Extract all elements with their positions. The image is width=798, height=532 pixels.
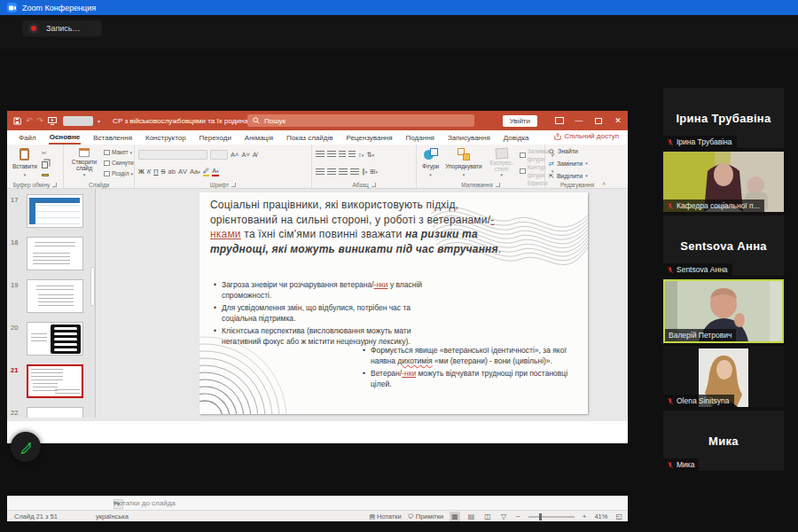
qat-dropdown-icon[interactable]: ▾ bbox=[98, 118, 100, 124]
slide-thumbnail-22[interactable] bbox=[27, 407, 83, 418]
replace-button[interactable]: ⇄ Замінити▾ bbox=[549, 160, 606, 169]
zoom-slider[interactable] bbox=[528, 516, 575, 518]
signin-button[interactable]: Увійти bbox=[503, 115, 537, 127]
tab-home[interactable]: Основне bbox=[49, 131, 82, 145]
tab-animations[interactable]: Анімація bbox=[244, 132, 274, 144]
copy-icon[interactable] bbox=[42, 161, 48, 168]
paste-button[interactable]: Вставити▾ bbox=[11, 147, 39, 179]
language-indicator[interactable]: українська bbox=[96, 512, 129, 520]
font-name-combobox[interactable] bbox=[138, 150, 207, 160]
zoom-in-button[interactable]: + bbox=[581, 512, 589, 521]
section-button[interactable]: Розділ▾ bbox=[104, 169, 134, 177]
slideshow-view-button[interactable]: ▽ bbox=[499, 512, 508, 521]
share-button[interactable]: Спільний доступ bbox=[554, 132, 619, 140]
new-slide-button[interactable]: Створити слайд▾ bbox=[67, 147, 101, 179]
slide-thumbnail-21[interactable] bbox=[27, 364, 83, 398]
tab-view[interactable]: Подання bbox=[405, 132, 435, 144]
line-spacing-button[interactable]: ↕▾ bbox=[358, 152, 364, 159]
underline-button[interactable]: П bbox=[153, 168, 158, 176]
cut-icon[interactable]: ✂ bbox=[42, 150, 49, 156]
change-case-button[interactable]: Аа▾ bbox=[190, 168, 200, 176]
align-center-button[interactable] bbox=[327, 168, 336, 176]
recording-label: Запись… bbox=[46, 24, 81, 33]
text-shadow-button[interactable]: ab bbox=[168, 168, 176, 176]
decrease-indent-button[interactable] bbox=[339, 151, 346, 158]
numbering-button[interactable] bbox=[327, 151, 336, 158]
participant-tile-sentsova[interactable]: Sentsova Анна Sentsova Анна bbox=[663, 215, 784, 276]
redo-icon[interactable]: ↷ bbox=[37, 117, 44, 125]
collapse-ribbon-icon[interactable]: ˄ bbox=[602, 181, 606, 187]
autosave-toggle[interactable] bbox=[63, 116, 93, 126]
clear-formatting-button[interactable]: А̸ bbox=[253, 152, 257, 159]
reading-view-button[interactable]: ◫ bbox=[482, 512, 493, 521]
quick-styles-button[interactable]: Експрес-стилі▾ bbox=[487, 147, 517, 179]
slide-thumbnail-17[interactable] bbox=[27, 194, 83, 228]
arrange-button[interactable]: Упорядкувати▾ bbox=[443, 147, 483, 179]
justify-button[interactable] bbox=[350, 168, 359, 176]
maximize-button[interactable] bbox=[589, 111, 608, 130]
font-color-button[interactable]: А▾ bbox=[212, 168, 219, 176]
reset-button[interactable]: Скинути bbox=[104, 159, 134, 167]
current-slide[interactable]: Соціальні працівники, які використовують… bbox=[200, 192, 588, 414]
participant-tile-kafedra[interactable]: Кафедра соціальної п... bbox=[663, 152, 784, 212]
participant-tile-valerii-active-speaker[interactable]: Валерій Петрович bbox=[663, 279, 784, 343]
font-size-combobox[interactable] bbox=[210, 150, 228, 160]
fit-to-window-button[interactable]: ◱ bbox=[614, 512, 624, 521]
ribbon-display-options-button[interactable] bbox=[550, 111, 569, 130]
tab-recording[interactable]: Записування bbox=[447, 132, 491, 144]
slide-thumbnail-19[interactable] bbox=[27, 279, 83, 313]
bold-button[interactable]: Ж bbox=[138, 168, 145, 176]
highlight-color-button[interactable]: 🖉 bbox=[203, 168, 210, 176]
undo-icon[interactable]: ↶ bbox=[26, 117, 33, 125]
close-button[interactable]: ✕ bbox=[608, 111, 628, 130]
smartart-convert-button[interactable]: ⊞▾ bbox=[370, 168, 378, 176]
ribbon: Вставити▾ ✂ Буфер обміну Створити слайд▾ bbox=[7, 145, 628, 189]
layout-button[interactable]: Макет▾ bbox=[104, 148, 134, 156]
notes-pane[interactable]: ▾ Нотатки до слайда ▾ bbox=[7, 496, 628, 510]
align-right-button[interactable] bbox=[339, 168, 348, 176]
recording-indicator[interactable]: Запись… bbox=[22, 20, 102, 36]
tab-design[interactable]: Конструктор bbox=[145, 132, 187, 144]
drawing-dialog-launcher[interactable] bbox=[496, 183, 500, 187]
search-input[interactable]: Пошук bbox=[247, 114, 474, 127]
character-spacing-button[interactable]: АV bbox=[178, 168, 187, 176]
minimize-button[interactable]: — bbox=[569, 111, 589, 130]
shapes-button[interactable]: Фігури▾ bbox=[420, 147, 441, 179]
normal-view-button[interactable]: ▦ bbox=[450, 512, 460, 521]
select-button[interactable]: ⇱ Виділити▾ bbox=[549, 172, 606, 182]
bullets-button[interactable] bbox=[316, 151, 325, 158]
align-left-button[interactable] bbox=[316, 168, 325, 176]
notes-toggle[interactable]: ▤Нотатки bbox=[369, 512, 401, 520]
tab-help[interactable]: Довідка bbox=[503, 132, 530, 144]
find-button[interactable]: Знайти bbox=[549, 147, 606, 157]
text-direction-button[interactable]: ⇅▾ bbox=[366, 152, 374, 159]
shrink-font-button[interactable]: А˅ bbox=[241, 152, 249, 159]
paragraph-dialog-launcher[interactable] bbox=[372, 183, 376, 187]
comments-toggle[interactable]: 🗩Примітки bbox=[408, 512, 443, 520]
tab-slideshow[interactable]: Показ слайдів bbox=[286, 132, 333, 144]
zoom-out-button[interactable]: − bbox=[514, 512, 522, 521]
strikethrough-button[interactable]: S bbox=[161, 168, 166, 176]
slide-sorter-view-button[interactable]: ▤ bbox=[466, 512, 477, 521]
slide-thumbnail-18[interactable] bbox=[27, 237, 83, 270]
participant-tile-myka[interactable]: Мика Мика bbox=[663, 411, 784, 471]
increase-indent-button[interactable] bbox=[348, 151, 356, 158]
slide-thumbnail-20[interactable] bbox=[27, 322, 83, 356]
tab-transitions[interactable]: Переходи bbox=[199, 132, 232, 144]
participant-tile-olena[interactable]: Olena Sinitsyna bbox=[663, 347, 784, 407]
slideshow-icon[interactable] bbox=[48, 117, 57, 125]
font-dialog-launcher[interactable] bbox=[231, 183, 236, 187]
tab-review[interactable]: Рецензування bbox=[345, 132, 393, 144]
format-painter-icon[interactable] bbox=[42, 174, 49, 176]
tab-insert[interactable]: Вставлення bbox=[92, 132, 133, 144]
italic-button[interactable]: К bbox=[147, 168, 151, 176]
tab-file[interactable]: Файл bbox=[18, 132, 37, 144]
save-icon[interactable] bbox=[13, 117, 21, 125]
columns-button[interactable]: ∥▾ bbox=[362, 168, 367, 176]
grow-font-button[interactable]: А˄ bbox=[231, 152, 239, 159]
participant-tile-iryna[interactable]: Ірина Трубавіна Ірина Трубавіна bbox=[663, 88, 784, 148]
clipboard-dialog-launcher[interactable] bbox=[52, 183, 57, 187]
annotation-pencil-button[interactable] bbox=[11, 432, 41, 462]
next-slide-arrow-icon[interactable]: ▾ bbox=[113, 499, 626, 507]
thumbnail-scrollbar[interactable] bbox=[90, 267, 95, 306]
